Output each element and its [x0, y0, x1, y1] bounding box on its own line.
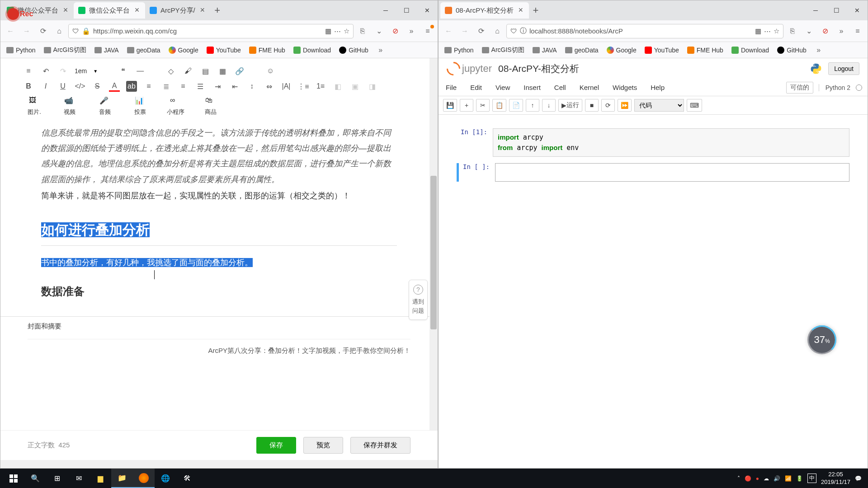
notification-icon[interactable]: 💬: [855, 475, 862, 482]
bg-color-button[interactable]: ab: [126, 81, 137, 92]
font-size-select[interactable]: 1em: [75, 67, 87, 75]
bookmark-github[interactable]: GitHub: [774, 45, 810, 56]
insert-miniprogram-button[interactable]: ∞小程序: [164, 96, 187, 116]
article-body[interactable]: 信息系统最常用的提取空间隐含信息的手段之一。该方法源于传统的透明材料叠加，即将来…: [0, 125, 438, 316]
jupyter-logo[interactable]: jupyter: [447, 62, 492, 75]
back-button[interactable]: ←: [3, 24, 18, 38]
align-center-button[interactable]: ≣: [160, 81, 171, 92]
close-icon[interactable]: ×: [517, 7, 524, 14]
start-button[interactable]: [3, 469, 24, 488]
tray-battery-icon[interactable]: 🔋: [796, 475, 803, 482]
trusted-label[interactable]: 可信的: [786, 82, 813, 94]
close-icon[interactable]: ×: [199, 7, 206, 14]
ol-button[interactable]: 1≡: [315, 81, 326, 92]
qr-icon[interactable]: ▦: [325, 27, 331, 35]
home-button[interactable]: ⌂: [52, 24, 66, 38]
save-button[interactable]: 💾: [443, 99, 457, 112]
outdent-button[interactable]: ⇤: [229, 81, 240, 92]
preview-button[interactable]: 预览: [303, 437, 343, 454]
qr-icon[interactable]: ▦: [755, 27, 761, 35]
tray-volume-icon[interactable]: 🔊: [774, 475, 780, 482]
tray-wifi-icon[interactable]: 📶: [785, 475, 792, 482]
close-window-button[interactable]: ✕: [417, 1, 438, 19]
add-cell-button[interactable]: +: [460, 99, 473, 112]
tab-2[interactable]: 微信公众平台 ×: [74, 2, 145, 19]
vertical-scrollbar[interactable]: [429, 58, 438, 430]
reload-button[interactable]: ⟳: [474, 24, 488, 38]
menu-icon[interactable]: ≡: [420, 24, 435, 38]
clock[interactable]: 22:052019/11/17: [821, 471, 850, 486]
align-justify-button[interactable]: ☰: [195, 81, 206, 92]
back-button[interactable]: ←: [441, 24, 456, 38]
menu-cell[interactable]: Cell: [552, 81, 568, 94]
forward-button[interactable]: →: [19, 24, 34, 38]
tab-3[interactable]: ArcPY分享/ ×: [145, 2, 211, 19]
bookmark-youtube[interactable]: YouTube: [642, 45, 682, 56]
minimize-button[interactable]: ─: [805, 1, 826, 19]
bookmark-arcgis[interactable]: ArcGIS切图: [41, 44, 90, 56]
ime-indicator[interactable]: 中: [807, 474, 816, 483]
firefox-app[interactable]: [133, 469, 155, 488]
help-float[interactable]: ? 遇到问题: [409, 280, 428, 320]
float-right-button[interactable]: ◨: [367, 81, 377, 92]
align-left-button[interactable]: ≡: [143, 81, 154, 92]
line-height-button[interactable]: ↕: [246, 81, 257, 92]
reload-button[interactable]: ⟳: [36, 24, 50, 38]
file-explorer-app[interactable]: 📁: [111, 469, 133, 488]
bookmark-geodata[interactable]: geoData: [562, 45, 602, 56]
menu-kernel[interactable]: Kernel: [578, 81, 601, 94]
star-icon[interactable]: ☆: [774, 27, 779, 35]
underline-button[interactable]: U: [57, 81, 68, 92]
command-palette-button[interactable]: ⌨: [687, 99, 702, 112]
menu-widgets[interactable]: Widgets: [611, 81, 639, 94]
menu-insert[interactable]: Insert: [522, 81, 542, 94]
hr-button[interactable]: —: [135, 66, 146, 76]
library-icon[interactable]: ⎘: [355, 24, 370, 38]
insert-image-button[interactable]: 🖼图片.: [23, 96, 46, 116]
bookmark-fmehub[interactable]: FME Hub: [246, 45, 288, 56]
bookmark-download[interactable]: Download: [728, 45, 772, 56]
percent-badge[interactable]: 37%: [807, 325, 836, 354]
bookmark-youtube[interactable]: YouTube: [203, 45, 244, 56]
menu-help[interactable]: Help: [649, 81, 666, 94]
restart-button[interactable]: ⟳: [601, 99, 615, 112]
cell-type-select[interactable]: 代码: [634, 99, 684, 112]
tool-app[interactable]: 🛠: [176, 469, 198, 488]
bookmark-overflow[interactable]: »: [811, 43, 826, 57]
bookmark-fmehub[interactable]: FME Hub: [684, 45, 726, 56]
bookmark-overflow[interactable]: »: [373, 43, 388, 57]
code-cell-1[interactable]: In [1]: import arcpyfrom arcpy import en…: [457, 128, 849, 157]
extension-icon[interactable]: ⊘: [818, 24, 832, 38]
tray-cloud-icon[interactable]: ☁: [764, 475, 769, 482]
menu-file[interactable]: File: [444, 81, 458, 94]
more-icon[interactable]: ⋯: [764, 27, 771, 35]
extension-icon[interactable]: ⊘: [388, 24, 402, 38]
indent-button[interactable]: ⇥: [212, 81, 223, 92]
menu-icon[interactable]: ≡: [23, 66, 34, 76]
code-cell-2[interactable]: In [ ]:: [457, 163, 849, 182]
more-icon[interactable]: ⋯: [334, 27, 341, 35]
strike-button[interactable]: S: [92, 81, 103, 92]
code-input[interactable]: import arcpyfrom arcpy import env: [493, 128, 849, 157]
save-button[interactable]: 保存: [256, 437, 296, 454]
clear-format-button[interactable]: ◇: [165, 66, 176, 76]
forward-button[interactable]: →: [458, 24, 472, 38]
pocket-icon[interactable]: ⌄: [802, 24, 816, 38]
globe-app[interactable]: 🌐: [155, 469, 176, 488]
maximize-button[interactable]: ☐: [826, 1, 847, 19]
close-icon[interactable]: ×: [62, 7, 69, 14]
move-down-button[interactable]: ↓: [542, 99, 556, 112]
task-view-button[interactable]: ⊞: [46, 469, 68, 488]
insert-product-button[interactable]: 🛍商品: [199, 96, 222, 116]
ul-button[interactable]: ⋮≡: [298, 81, 309, 92]
format-painter-button[interactable]: 🖌: [183, 66, 193, 76]
emoji-button[interactable]: ☺: [265, 66, 276, 76]
bookmark-arcgis[interactable]: ArcGIS切图: [479, 44, 528, 56]
bookmark-java[interactable]: JAVA: [529, 45, 560, 56]
search-button[interactable]: 🔍: [24, 469, 46, 488]
quote-button[interactable]: ❝: [118, 66, 128, 76]
notebook-area[interactable]: In [1]: import arcpyfrom arcpy import en…: [439, 115, 868, 202]
stop-button[interactable]: ■: [585, 99, 599, 112]
layout2-button[interactable]: ▦: [217, 66, 228, 76]
spacing-button[interactable]: ⇔: [264, 81, 274, 92]
